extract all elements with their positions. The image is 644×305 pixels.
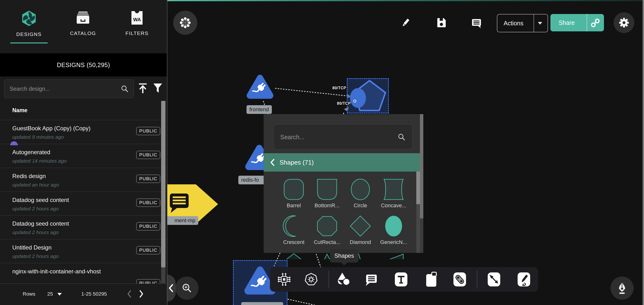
shapes-search-input[interactable] [274, 134, 398, 141]
flag-shape-icon [382, 251, 405, 259]
chain-link-icon [453, 272, 467, 287]
comment-tool-button[interactable] [364, 272, 379, 287]
shape-label: CutRecta... [314, 239, 340, 245]
zoom-in-button[interactable] [175, 276, 198, 300]
port-label: 80/TCP [332, 86, 346, 90]
visibility-badge[interactable]: PUBLIC [136, 151, 160, 159]
next-page-icon[interactable] [138, 290, 144, 298]
design-updated: updated 2 hours ago [12, 229, 59, 235]
freehand-draw-tool-button[interactable] [516, 272, 531, 287]
visibility-badge[interactable]: PUBLIC [136, 246, 160, 254]
shapes-panel-title: Shapes (71) [280, 159, 314, 166]
comments-icon[interactable] [471, 17, 482, 29]
design-search-box[interactable] [4, 79, 134, 98]
shape-item-diamond[interactable]: Diamond [345, 214, 376, 245]
bottomround-shape-icon [316, 178, 339, 201]
design-row[interactable]: nginx-with-init-container-and-vhost PUBL… [0, 263, 167, 283]
actions-button[interactable]: Actions [497, 14, 548, 32]
edit-pencil-icon[interactable] [400, 17, 411, 28]
share-button[interactable]: Share [550, 14, 604, 31]
design-row[interactable]: Redis design updated an hour ago PUBLIC [0, 168, 167, 192]
design-row[interactable]: GuestBook App (Copy) (Copy) updated 9 mi… [0, 120, 167, 144]
shape-item-partial[interactable] [378, 251, 409, 259]
designs-count-header: DESIGNS (50,295) [0, 53, 167, 77]
chevron-down-icon[interactable] [538, 22, 542, 25]
designer-toolbar [270, 267, 538, 292]
kubernetes-tool-button[interactable] [304, 272, 318, 287]
visibility-badge[interactable]: PUBLIC [136, 222, 160, 230]
shape-item-bottomround[interactable]: BottomR... [312, 178, 343, 209]
shapes-icon [336, 272, 351, 287]
text-tool-button[interactable] [394, 272, 408, 287]
sidebar-scrollbar-thumb[interactable] [161, 101, 166, 267]
chevron-down-icon[interactable] [58, 293, 62, 295]
note-icon [424, 272, 438, 287]
design-row[interactable]: Datadog seed content updated 2 hours ago… [0, 215, 167, 239]
visibility-badge[interactable]: PUBLIC [136, 175, 160, 183]
link-tool-button[interactable] [452, 272, 467, 287]
grid-scrollbar-thumb[interactable] [416, 172, 420, 204]
page-scrollbar[interactable] [642, 0, 644, 305]
shape-item-concave[interactable]: Concave... [378, 178, 409, 209]
design-search-input[interactable] [4, 86, 120, 92]
shape-item-partial[interactable] [278, 251, 310, 259]
button-divider [534, 15, 534, 32]
text-icon [394, 272, 408, 287]
design-name: nginx-with-init-container-and-vhost [12, 268, 101, 275]
catalog-drawer-icon [75, 10, 91, 26]
grid-scrollbar-track [416, 172, 420, 253]
save-icon[interactable] [436, 17, 447, 28]
filter-funnel-icon[interactable] [152, 83, 163, 94]
chevron-left-icon[interactable] [270, 159, 275, 166]
shape-item-cutrectangle[interactable]: CutRecta... [312, 214, 343, 245]
visibility-badge[interactable]: PUBLIC [136, 127, 160, 135]
link-icon[interactable] [590, 18, 600, 28]
edge-pen-tool-button[interactable] [486, 272, 502, 287]
shape-label: Diamond [350, 239, 371, 245]
node-label-bottom[interactable] [241, 302, 283, 305]
note-tool-button[interactable] [424, 272, 439, 287]
tab-filters[interactable]: WA FILTERS [115, 10, 159, 48]
prev-page-icon[interactable] [126, 290, 132, 298]
components-tool-button[interactable] [277, 272, 292, 287]
node-pentagon[interactable] [347, 79, 388, 113]
panel-scrollbar-track [420, 218, 423, 253]
active-tab-underline [10, 43, 48, 44]
tab-catalog[interactable]: CATALOG [61, 10, 105, 48]
actions-button-label: Actions [504, 20, 524, 27]
node-label-frontend[interactable]: frontend [246, 105, 272, 114]
shape-label: Barrel [287, 202, 301, 209]
environment-button[interactable] [173, 11, 197, 35]
node-frontend-service[interactable] [246, 73, 274, 100]
shape-item-barrel[interactable]: Barrel [278, 178, 310, 209]
rows-per-page-label: Rows [23, 291, 36, 297]
stylus-icon [517, 272, 531, 287]
design-row[interactable]: Datadog seed content updated 2 hours ago… [0, 192, 167, 215]
shape-item-circle[interactable]: Circle [345, 178, 376, 209]
pen-mode-button[interactable] [610, 276, 634, 300]
shapes-search-box[interactable] [274, 125, 412, 149]
kubernetes-icon [304, 272, 318, 286]
shape-item-genericnode[interactable]: GenericN... [378, 214, 409, 245]
panel-scrollbar-thumb[interactable] [420, 114, 423, 218]
design-row[interactable]: Untitled Design updated 2 hours ago PUBL… [0, 239, 167, 263]
shape-label: Crescent [283, 239, 304, 245]
design-row[interactable]: Autogenerated updated 14 minutes ago PUB… [0, 144, 167, 168]
tooltip: Shapes [330, 249, 358, 262]
pen-arrow-icon [487, 272, 501, 287]
shape-label: GenericN... [380, 239, 407, 245]
shape-item-crescent[interactable]: Crescent [278, 214, 310, 245]
diamond-shape-icon [349, 214, 372, 238]
design-updated: updated 2 hours ago [12, 253, 59, 259]
shapes-tool-button[interactable] [336, 272, 351, 287]
shapes-panel-header[interactable]: Shapes (71) [264, 153, 420, 172]
designs-sidebar: DESIGNS CATALOG WA FILTERS DESIGNS (50,2… [0, 0, 168, 305]
design-name: Datadog seed content [12, 220, 69, 227]
column-header-name: Name [12, 107, 28, 114]
concave-shape-icon [382, 178, 405, 201]
visibility-badge[interactable]: PUBLIC [136, 199, 160, 207]
rows-per-page-select[interactable]: 25 [47, 291, 53, 297]
gear-icon [618, 17, 630, 29]
publish-upload-icon[interactable] [138, 83, 148, 94]
settings-button[interactable] [614, 12, 634, 33]
